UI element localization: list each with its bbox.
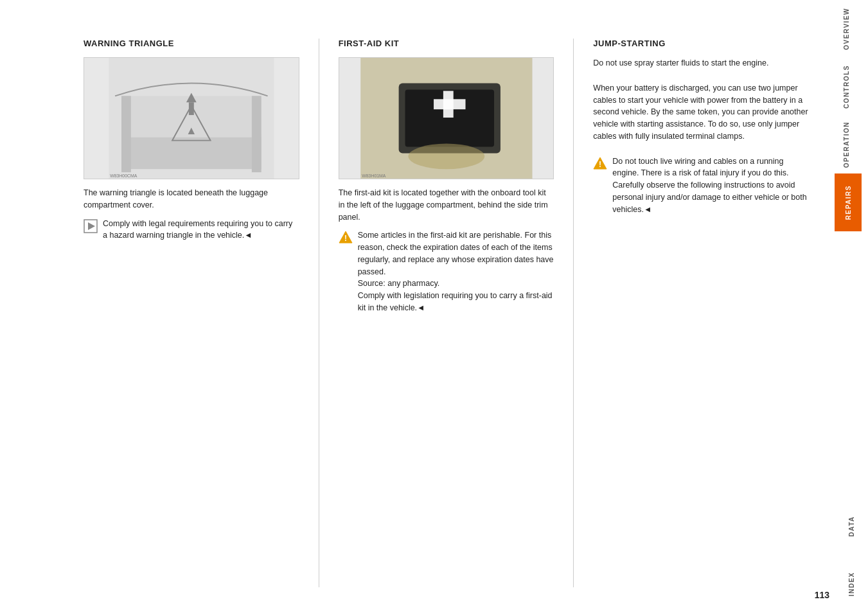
svg-marker-11 [88, 222, 95, 230]
svg-text:W83H00CMA: W83H00CMA [110, 173, 137, 178]
warning-triangle-note-text: Comply with legal requirements requiring… [103, 218, 299, 242]
col-divider-1 [319, 39, 319, 587]
jump-starting-text2: When your battery is discharged, you can… [593, 82, 809, 149]
main-content: WARNING TRIANGLE [0, 0, 835, 613]
sidebar-tab-controls[interactable]: CONTROLS [835, 58, 858, 116]
sidebar-tab-operation-label: OPERATION [843, 121, 850, 168]
svg-text:!: ! [344, 234, 347, 243]
first-aid-kit-title: FIRST-AID KIT [339, 39, 554, 48]
svg-rect-1 [121, 134, 261, 169]
sidebar-tab-index[interactable]: INDEX [835, 555, 868, 613]
svg-text:W83H01MA: W83H01MA [362, 173, 386, 178]
warning-triangle-title: WARNING TRIANGLE [84, 39, 299, 48]
svg-rect-4 [252, 96, 261, 172]
first-aid-kit-warning: ! Some articles in the first-aid kit are… [339, 229, 554, 314]
jump-warning-icon: ! [593, 156, 607, 170]
sidebar-tab-overview-label: OVERVIEW [843, 8, 850, 50]
jump-starting-column: JUMP-STARTING Do not use spray starter f… [593, 39, 809, 587]
first-aid-kit-image: W83H01MA [339, 57, 554, 179]
page-container: WARNING TRIANGLE [0, 0, 868, 613]
jump-starting-text1: Do not use spray starter fluids to start… [593, 57, 809, 76]
sidebar-index-label: INDEX [848, 572, 855, 596]
columns-wrapper: WARNING TRIANGLE [84, 39, 809, 587]
sidebar-tab-controls-label: CONTROLS [843, 65, 850, 109]
svg-point-18 [408, 144, 484, 170]
sidebar: OVERVIEW CONTROLS OPERATION REPAIRS DATA… [835, 0, 868, 613]
play-icon [84, 219, 98, 233]
sidebar-tab-operation[interactable]: OPERATION [835, 116, 858, 173]
jump-starting-warning-text: Do not touch live wiring and cables on a… [612, 155, 809, 216]
svg-rect-3 [121, 96, 131, 172]
warning-triangle-image: ▲ W83H00CMA [84, 57, 299, 179]
jump-starting-title: JUMP-STARTING [593, 39, 809, 48]
first-aid-kit-body: The first-aid kit is located together wi… [339, 187, 554, 223]
sidebar-data-label: DATA [848, 516, 855, 537]
svg-text:▲: ▲ [186, 124, 197, 137]
warning-triangle-icon: ! [339, 230, 353, 244]
warning-triangle-note: Comply with legal requirements requiring… [84, 218, 299, 242]
svg-text:!: ! [599, 160, 601, 169]
sidebar-spacer [835, 231, 868, 497]
jump-starting-warning: ! Do not touch live wiring and cables on… [593, 155, 809, 216]
col-divider-2 [573, 39, 574, 587]
svg-rect-8 [189, 102, 194, 115]
warning-triangle-column: WARNING TRIANGLE [84, 39, 299, 587]
sidebar-tab-data[interactable]: DATA [835, 497, 868, 555]
sidebar-tab-overview[interactable]: OVERVIEW [835, 0, 858, 58]
svg-rect-17 [443, 91, 454, 118]
warning-triangle-body: The warning triangle is located beneath … [84, 187, 299, 211]
page-number: 113 [815, 590, 829, 600]
sidebar-tab-repairs-label: REPAIRS [845, 185, 852, 220]
first-aid-kit-column: FIRST-AID KIT W83H01MA [339, 39, 554, 587]
sidebar-tab-repairs[interactable]: REPAIRS [835, 173, 862, 231]
first-aid-kit-warning-text: Some articles in the first-aid kit are p… [358, 229, 554, 314]
